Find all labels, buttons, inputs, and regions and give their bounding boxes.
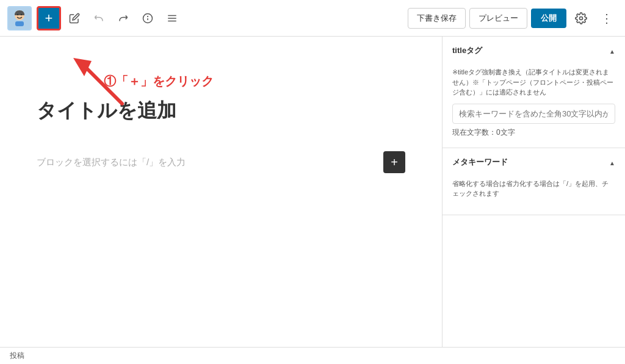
list-view-button[interactable]	[161, 7, 183, 29]
block-placeholder: ブロックを選択するには「/」を入力 +	[37, 144, 405, 180]
sidebar-section-meta-keyword: メタキーワード 省略化する場合は省力化する場合は「/」を起用、チェックされます	[443, 148, 625, 215]
add-block-button[interactable]: +	[37, 6, 61, 30]
edit-icon-button[interactable]	[63, 7, 85, 29]
meta-keyword-content: 省略化する場合は省力化する場合は「/」を起用、チェックされます	[443, 176, 625, 215]
preview-button[interactable]: プレビュー	[469, 8, 527, 29]
bottom-bar-label: 投稿	[10, 351, 24, 361]
undo-button[interactable]	[88, 7, 110, 29]
bottom-bar: 投稿	[0, 347, 625, 364]
editor-area: ①「＋」をクリック タイトルを追加 ブロックを選択するには「/」を入力 +	[0, 37, 442, 347]
avatar	[7, 6, 32, 30]
publish-button[interactable]: 公開	[531, 9, 566, 28]
title-tag-label: titleタグ	[452, 45, 482, 56]
settings-gear-button[interactable]	[570, 7, 592, 29]
title-tag-input[interactable]	[452, 104, 615, 124]
title-tag-note: ※titleタグ強制書き換え（記事タイトルは変更されません）※「トップページ（フ…	[452, 67, 615, 98]
meta-keyword-chevron-icon	[609, 157, 615, 168]
title-tag-char-count: 現在文字数：0文字	[452, 127, 615, 138]
toolbar-right: 下書き保存 プレビュー 公開 ⋮	[408, 7, 618, 29]
page-title[interactable]: タイトルを追加	[37, 98, 405, 124]
title-tag-chevron-icon	[609, 45, 615, 56]
svg-point-11	[580, 16, 583, 20]
annotation-label: ①「＋」をクリック	[104, 73, 214, 90]
sidebar-section-title-tag: titleタグ ※titleタグ強制書き換え（記事タイトルは変更されません）※「…	[443, 37, 625, 148]
title-tag-content: ※titleタグ強制書き換え（記事タイトルは変更されません）※「トップページ（フ…	[443, 65, 625, 148]
svg-point-3	[21, 13, 22, 15]
redo-button[interactable]	[112, 7, 134, 29]
right-sidebar: titleタグ ※titleタグ強制書き換え（記事タイトルは変更されません）※「…	[442, 37, 625, 347]
main-area: ①「＋」をクリック タイトルを追加 ブロックを選択するには「/」を入力 + ti…	[0, 37, 625, 347]
meta-keyword-section-header[interactable]: メタキーワード	[443, 148, 625, 176]
avatar-button[interactable]	[7, 6, 32, 30]
block-add-inline-button[interactable]: +	[383, 151, 405, 173]
meta-keyword-label: メタキーワード	[452, 157, 508, 168]
svg-rect-4	[15, 21, 24, 26]
block-placeholder-text: ブロックを選択するには「/」を入力	[37, 157, 186, 168]
toolbar: + 下書き保存 プレビュー 公開	[0, 0, 625, 37]
title-tag-section-header[interactable]: titleタグ	[443, 37, 625, 65]
more-options-button[interactable]: ⋮	[596, 7, 618, 29]
draft-save-button[interactable]: 下書き保存	[408, 8, 466, 29]
svg-point-2	[17, 13, 18, 15]
info-button[interactable]	[137, 7, 159, 29]
svg-marker-13	[73, 58, 92, 76]
meta-keyword-note: 省略化する場合は省力化する場合は「/」を起用、チェックされます	[452, 179, 615, 199]
